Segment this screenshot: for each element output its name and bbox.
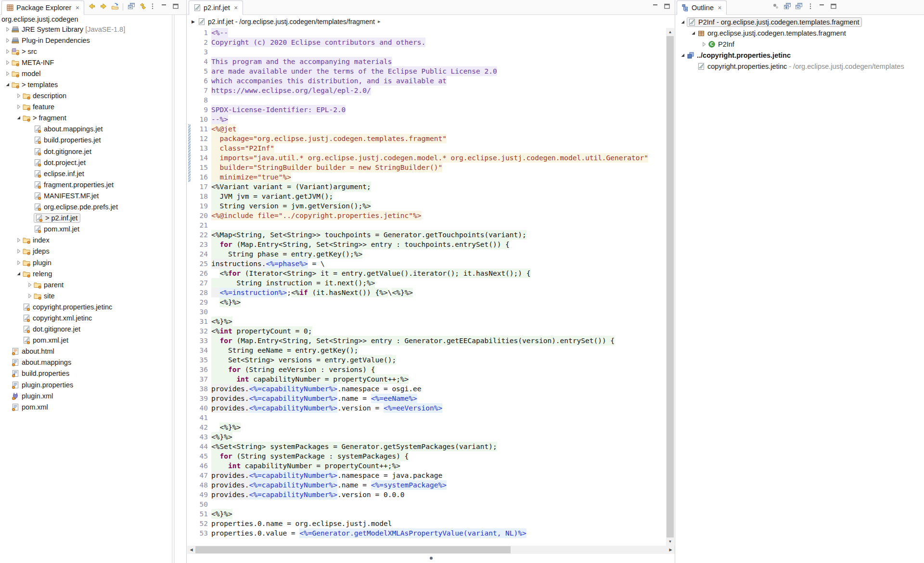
- code-line-22[interactable]: 22<%Map<String, Set<String>> touchpoints…: [187, 230, 666, 240]
- tree-item-releng[interactable]: releng: [0, 268, 182, 279]
- code-line-9[interactable]: 9SPDX-License-Identifier: EPL-2.0: [187, 105, 666, 115]
- expand-twistie-icon[interactable]: [15, 236, 23, 244]
- code-line-11[interactable]: 11<%@jet: [187, 124, 666, 134]
- code-line-14[interactable]: 14 imports="java.util.* org.eclipse.just…: [187, 153, 666, 163]
- view-tab-package-explorer[interactable]: Package Explorer ✕: [1, 0, 84, 15]
- code-line-4[interactable]: 4This program and the accompanying mater…: [187, 57, 666, 66]
- code-line-26[interactable]: 26 <%for (Iterator<String> it = entry.ge…: [187, 269, 666, 278]
- code-line-35[interactable]: 35 Set<String> versions = entry.getValue…: [187, 355, 666, 365]
- minimize-button[interactable]: [650, 2, 660, 12]
- tree-item-plugin-properties[interactable]: plugin.properties: [0, 379, 182, 390]
- collapse-twistie-icon[interactable]: [15, 270, 23, 278]
- code-line-25[interactable]: 25instructions.<%=phase%> = \: [187, 259, 666, 269]
- code-line-7[interactable]: 7https://www.eclipse.org/legal/epl-2.0/: [187, 86, 666, 95]
- code-line-27[interactable]: 27 String instruction = it.next();%>: [187, 278, 666, 288]
- focus-button[interactable]: [770, 2, 781, 12]
- expand-twistie-icon[interactable]: [15, 103, 23, 111]
- tree-item-p2inf[interactable]: CP2Inf: [675, 38, 924, 50]
- expand-twistie-icon[interactable]: [26, 281, 34, 289]
- scrollbar-thumb[interactable]: [195, 546, 511, 553]
- expand-twistie-icon[interactable]: [700, 40, 708, 48]
- code-line-37[interactable]: 37 int capabilityNumber = propertyCount+…: [187, 374, 666, 384]
- tree-item-parent[interactable]: parent: [0, 279, 182, 290]
- code-line-17[interactable]: 17<%Variant variant = (Variant)argument;: [187, 182, 666, 192]
- collapse-all-button[interactable]: [126, 2, 136, 12]
- link-with-editor-button[interactable]: [138, 2, 148, 12]
- tree-item-p2-inf-jet[interactable]: > p2.inf.jet: [0, 213, 182, 224]
- tree-item-pom-xml-jet[interactable]: pom.xml.jet: [0, 224, 182, 235]
- code-line-2[interactable]: 2Copyright (c) 2020 Eclipse contributors…: [187, 38, 666, 47]
- code-line-24[interactable]: 24 String phase = entry.getKey();%>: [187, 249, 666, 259]
- code-line-50[interactable]: 50: [187, 499, 666, 509]
- tree-item-fragment-properties-jet[interactable]: fragment.properties.jet: [0, 179, 182, 190]
- code-line-36[interactable]: 36 for (String eeVersion : versions) {: [187, 365, 666, 374]
- tree-item-p2inf-org-eclipse-justj-codegen-templates-fragment[interactable]: P2Inf - org.eclipse.justj.codegen.templa…: [675, 16, 924, 27]
- tree-item-jre-system-library[interactable]: JRE System Library [JavaSE-1.8]: [0, 24, 182, 35]
- expand-twistie-icon[interactable]: [4, 59, 12, 66]
- tree-item-fragment[interactable]: > fragment: [0, 113, 182, 124]
- expand-twistie-icon[interactable]: [4, 37, 12, 44]
- expand-all-button[interactable]: [782, 2, 792, 12]
- close-icon[interactable]: ✕: [75, 5, 79, 11]
- tree-item-plug-in-dependencies[interactable]: Plug-in Dependencies: [0, 35, 182, 46]
- code-line-6[interactable]: 6which accompanies this distribution, an…: [187, 76, 666, 86]
- tree-item-build-properties-jet[interactable]: build.properties.jet: [0, 135, 182, 146]
- tree-item-plugin[interactable]: plugin: [0, 257, 182, 268]
- code-line-42[interactable]: 42 <%}%>: [187, 422, 666, 432]
- project-label[interactable]: org.eclipse.justj.codegen: [0, 15, 182, 24]
- collapse-all-button[interactable]: [794, 2, 804, 12]
- code-line-43[interactable]: 43<%}%>: [187, 432, 666, 442]
- editor-tab-p2-inf-jet[interactable]: p2.inf.jet ✕: [189, 0, 243, 15]
- close-icon[interactable]: ✕: [234, 5, 238, 11]
- tree-item-feature[interactable]: feature: [0, 102, 182, 113]
- code-line-53[interactable]: 53properties.0.value = <%=Generator.getM…: [187, 528, 666, 538]
- close-icon[interactable]: ✕: [718, 5, 722, 11]
- code-line-10[interactable]: 10--%>: [187, 115, 666, 124]
- code-line-19[interactable]: 19 String version = jvm.getVersion();%>: [187, 201, 666, 211]
- scroll-left-button[interactable]: ◀: [187, 546, 195, 554]
- code-line-1[interactable]: 1<%--: [187, 28, 666, 38]
- minimize-button[interactable]: [817, 2, 827, 12]
- tree-item-site[interactable]: site: [0, 290, 182, 301]
- maximize-button[interactable]: [828, 2, 838, 12]
- minimize-button[interactable]: [159, 2, 169, 12]
- code-line-46[interactable]: 46 int capabilityNumber = propertyCount+…: [187, 461, 666, 471]
- code-line-38[interactable]: 38provides.<%=capabilityNumber%>.namespa…: [187, 384, 666, 394]
- maximize-button[interactable]: [170, 2, 180, 12]
- sash-handle[interactable]: [187, 554, 675, 563]
- code-line-45[interactable]: 45 for (String systemPackage : systemPac…: [187, 451, 666, 461]
- code-line-41[interactable]: 41: [187, 413, 666, 422]
- tree-item-model[interactable]: model: [0, 68, 182, 79]
- code-line-15[interactable]: 15 builder="StringBuilder builder = new …: [187, 163, 666, 172]
- expand-twistie-icon[interactable]: [4, 26, 12, 33]
- vertical-scrollbar[interactable]: ▲ ▼: [666, 28, 674, 546]
- expand-twistie-icon[interactable]: [15, 259, 23, 267]
- tree-item-eclipse-inf-jet[interactable]: eclipse.inf.jet: [0, 168, 182, 179]
- scrollbar-thumb[interactable]: [667, 36, 674, 537]
- tree-item-jdeps[interactable]: jdeps: [0, 246, 182, 257]
- tree-item-templates[interactable]: > templates: [0, 79, 182, 90]
- collapse-twistie-icon[interactable]: [4, 81, 12, 89]
- tree-item-manifest-mf-jet[interactable]: MANIFEST.MF.jet: [0, 190, 182, 201]
- maximize-button[interactable]: [662, 2, 672, 12]
- code-line-18[interactable]: 18 JVM jvm = variant.getJVM();: [187, 192, 666, 201]
- tree-item-description[interactable]: description: [0, 90, 182, 102]
- code-line-52[interactable]: 52properties.0.name = org.eclipse.justj.…: [187, 519, 666, 528]
- code-editor[interactable]: 1<%--2Copyright (c) 2020 Eclipse contrib…: [187, 28, 666, 538]
- tree-item-pom-xml-jet[interactable]: pom.xml.jet: [0, 335, 182, 346]
- expand-twistie-icon[interactable]: [15, 92, 23, 100]
- tree-item-index[interactable]: index: [0, 235, 182, 246]
- tree-item-dot-gitignore-jet[interactable]: dot.gitignore.jet: [0, 146, 182, 157]
- code-line-5[interactable]: 5are made available under the terms of t…: [187, 66, 666, 76]
- code-line-13[interactable]: 13 class="P2Inf": [187, 143, 666, 153]
- forward-button[interactable]: [98, 2, 108, 12]
- code-line-20[interactable]: 20<%@include file="../copyright.properti…: [187, 211, 666, 220]
- breadcrumb-expand-icon[interactable]: ▶: [192, 19, 195, 24]
- tree-item-dot-project-jet[interactable]: dot.project.jet: [0, 157, 182, 168]
- scroll-down-button[interactable]: ▼: [666, 537, 674, 546]
- package-explorer-scrollbar[interactable]: [172, 15, 175, 563]
- code-line-3[interactable]: 3: [187, 47, 666, 57]
- collapse-twistie-icon[interactable]: [690, 29, 697, 37]
- code-line-29[interactable]: 29 <%}%>: [187, 297, 666, 307]
- code-line-51[interactable]: 51<%}%>: [187, 509, 666, 519]
